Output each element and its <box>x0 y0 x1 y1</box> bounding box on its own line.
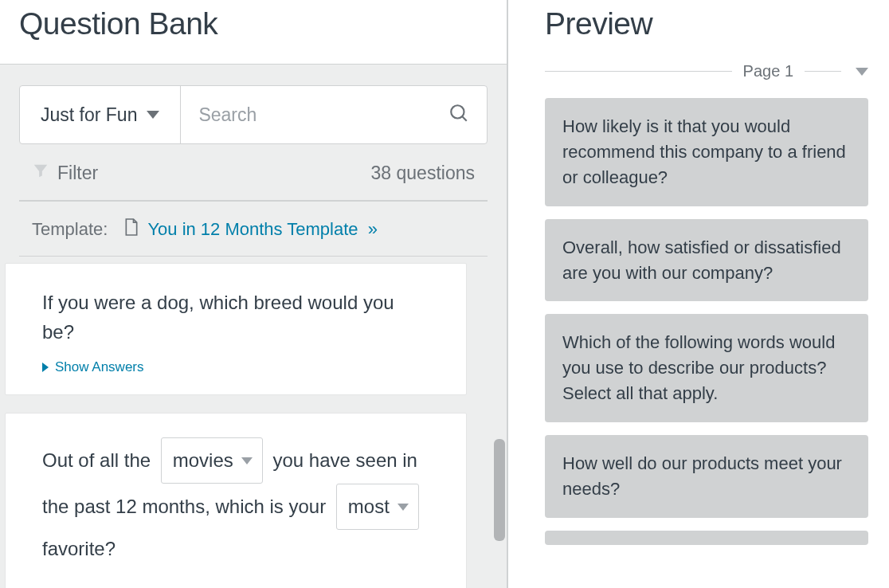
show-answers-toggle[interactable]: Show Answers <box>42 359 429 375</box>
caret-right-icon <box>42 363 49 372</box>
question-bank-toolbar: Just for Fun Filter 38 questio <box>0 64 507 257</box>
question-text: Out of all the movies you have seen in t… <box>42 437 429 568</box>
question-list: If you were a dog, which breed would you… <box>0 257 507 588</box>
show-answers-label: Show Answers <box>55 359 144 375</box>
preview-question[interactable]: Which of the following words would you u… <box>545 314 868 422</box>
preview-question[interactable]: Overall, how satisfied or dissatisfied a… <box>545 219 868 302</box>
preview-panel: Preview Page 1 How likely is it that you… <box>508 0 889 588</box>
category-dropdown-label: Just for Fun <box>41 104 137 126</box>
filter-label: Filter <box>57 163 98 184</box>
chevron-down-icon <box>241 457 253 465</box>
category-dropdown[interactable]: Just for Fun <box>20 86 181 143</box>
chevron-right-double-icon: » <box>366 219 374 240</box>
preview-question[interactable]: How likely is it that you would recommen… <box>545 98 868 206</box>
question-card[interactable]: If you were a dog, which breed would you… <box>5 263 467 395</box>
template-link-text: You in 12 Months Template <box>147 219 358 240</box>
inline-select-movies[interactable]: movies <box>161 437 263 484</box>
page-icon <box>123 218 139 241</box>
scrollbar-thumb[interactable] <box>494 439 505 541</box>
preview-title: Preview <box>545 6 868 41</box>
question-card[interactable]: Out of all the movies you have seen in t… <box>5 413 467 588</box>
question-count: 38 questions <box>371 163 475 184</box>
chevron-down-icon <box>147 111 159 119</box>
question-bank-title: Question Bank <box>19 6 488 41</box>
preview-list: How likely is it that you would recommen… <box>545 98 868 545</box>
filter-icon <box>32 162 49 184</box>
search-icon[interactable] <box>448 103 469 127</box>
page-divider: Page 1 <box>545 62 868 80</box>
template-link[interactable]: You in 12 Months Template » <box>123 218 374 241</box>
template-label: Template: <box>32 219 108 240</box>
svg-line-1 <box>462 116 466 120</box>
collapse-page-toggle[interactable] <box>856 68 868 76</box>
question-bank-panel: Question Bank Just for Fun <box>0 0 508 588</box>
inline-select-most[interactable]: most <box>336 484 419 530</box>
chevron-down-icon <box>398 504 409 511</box>
question-text: If you were a dog, which breed would you… <box>42 288 429 347</box>
filter-button[interactable]: Filter <box>32 162 98 184</box>
svg-point-0 <box>451 105 464 118</box>
preview-question[interactable]: How well do our products meet your needs… <box>545 435 868 518</box>
page-label: Page 1 <box>743 62 793 80</box>
search-input[interactable] <box>198 104 448 126</box>
preview-question[interactable] <box>545 531 868 545</box>
